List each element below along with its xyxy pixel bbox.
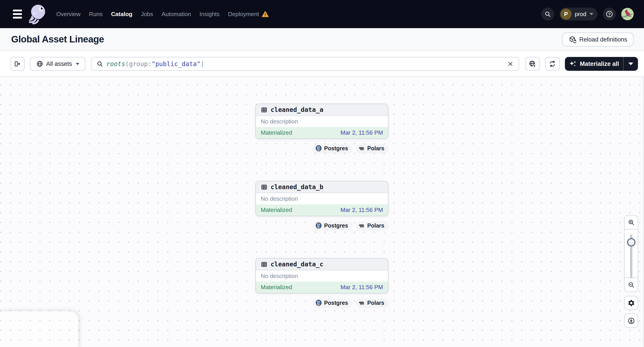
zoom-out-icon [628, 281, 635, 289]
materialize-options-button[interactable] [624, 57, 638, 71]
materialize-all-button[interactable]: Materialize all [565, 57, 623, 71]
dagster-logo[interactable] [26, 1, 48, 26]
nav-overview[interactable]: Overview [56, 11, 80, 18]
search-icon [544, 11, 551, 17]
lineage-canvas[interactable]: cleaned_data_a No description Materializ… [0, 77, 644, 347]
page-header: Global Asset Lineage Reload definitions [0, 28, 644, 51]
materialization-timestamp[interactable]: Mar 2, 11:56 PM [340, 284, 383, 291]
global-search-button[interactable] [541, 7, 554, 20]
tag-label: Postgres [324, 145, 348, 152]
postgres-icon [315, 300, 322, 306]
reload-definitions-label: Reload definitions [579, 36, 627, 43]
tag-postgres[interactable]: Postgres [313, 144, 352, 152]
tag-polars[interactable]: Polars [356, 221, 388, 230]
table-icon [261, 106, 268, 113]
asset-group-cleaned-data-b: cleaned_data_b No description Materializ… [256, 181, 388, 230]
warning-icon [262, 11, 269, 17]
zoom-slider-knob[interactable] [627, 238, 636, 247]
tag-postgres[interactable]: Postgres [313, 221, 352, 230]
nav-jobs[interactable]: Jobs [141, 11, 153, 18]
group-by-button[interactable] [525, 57, 540, 71]
nav-runs[interactable]: Runs [89, 11, 102, 18]
clear-query-icon[interactable] [507, 60, 514, 67]
reload-cube-icon [568, 36, 576, 43]
asset-scope-dropdown[interactable]: All assets [30, 57, 85, 71]
asset-node-header: cleaned_data_a [256, 104, 388, 116]
tag-postgres[interactable]: Postgres [313, 299, 352, 307]
lineage-query-input[interactable]: roots(group:"public_data") [91, 57, 519, 71]
top-nav: Overview Runs Catalog Jobs Automation In… [0, 0, 644, 28]
tag-label: Polars [367, 145, 384, 152]
materialize-all-label: Materialize all [580, 60, 619, 67]
chevron-down-icon [590, 13, 594, 15]
sparkles-icon [569, 60, 577, 68]
help-button[interactable]: ? [603, 7, 616, 20]
tag-label: Polars [367, 222, 384, 229]
status-badge: Materialized [261, 284, 292, 291]
asset-scope-label: All assets [46, 60, 72, 67]
asset-description: No description [256, 270, 388, 282]
reload-definitions-button[interactable]: Reload definitions [562, 32, 634, 46]
globe-icon [36, 60, 43, 67]
download-graph-button[interactable] [624, 314, 638, 328]
asset-tags: Postgres Polars [256, 144, 388, 152]
tag-polars[interactable]: Polars [356, 144, 388, 152]
asset-node-header: cleaned_data_c [256, 259, 388, 270]
asset-node[interactable]: cleaned_data_b No description Materializ… [256, 181, 388, 216]
materialize-all-split-button: Materialize all [565, 57, 638, 71]
tag-label: Polars [367, 300, 384, 306]
refresh-icon [548, 60, 556, 68]
nav-automation[interactable]: Automation [162, 11, 191, 18]
asset-node-header: cleaned_data_b [256, 181, 388, 193]
refresh-button[interactable] [545, 57, 560, 71]
primary-nav: Overview Runs Catalog Jobs Automation In… [56, 11, 269, 18]
nav-insights[interactable]: Insights [200, 11, 220, 18]
lineage-toolbar: All assets roots(group:"public_data") [0, 51, 644, 77]
tag-polars[interactable]: Polars [356, 299, 388, 307]
nav-right-cluster: P prod ? [541, 7, 634, 20]
environment-name: prod [575, 11, 586, 18]
postgres-icon [315, 145, 322, 152]
asset-name: cleaned_data_a [270, 106, 323, 113]
asset-tags: Postgres Polars [256, 221, 388, 230]
zoom-in-icon [628, 219, 635, 226]
graph-settings-button[interactable] [624, 296, 638, 310]
table-icon [261, 261, 268, 268]
tag-label: Postgres [324, 300, 348, 306]
zoom-out-button[interactable] [624, 278, 638, 292]
caret-down-icon [628, 62, 633, 65]
asset-tags: Postgres Polars [256, 299, 388, 307]
polars-bear-icon [358, 300, 365, 306]
materialization-timestamp[interactable]: Mar 2, 11:56 PM [340, 207, 383, 213]
globe-plus-icon [529, 60, 536, 68]
expand-panel-button[interactable] [10, 57, 24, 71]
postgres-icon [315, 222, 322, 229]
environment-switcher[interactable]: P prod [560, 7, 598, 20]
search-icon [96, 60, 103, 67]
panel-expand-icon [14, 60, 21, 67]
menu-icon[interactable] [13, 9, 22, 18]
status-badge: Materialized [261, 207, 292, 213]
user-avatar[interactable] [621, 8, 634, 20]
asset-description: No description [256, 193, 388, 204]
page-title: Global Asset Lineage [11, 34, 104, 45]
materialization-timestamp[interactable]: Mar 2, 11:56 PM [340, 129, 383, 136]
zoom-in-button[interactable] [624, 216, 638, 230]
query-text: roots(group:"public_data") [106, 60, 204, 68]
nav-deployment-label: Deployment [228, 11, 259, 18]
nav-deployment[interactable]: Deployment [228, 11, 269, 18]
asset-node[interactable]: cleaned_data_a No description Materializ… [256, 104, 388, 139]
asset-group-cleaned-data-a: cleaned_data_a No description Materializ… [256, 104, 388, 152]
asset-status-bar: Materialized Mar 2, 11:56 PM [256, 204, 388, 216]
asset-status-bar: Materialized Mar 2, 11:56 PM [256, 282, 388, 293]
asset-name: cleaned_data_b [270, 183, 323, 191]
asset-description: No description [256, 116, 388, 127]
asset-node[interactable]: cleaned_data_c No description Materializ… [256, 258, 388, 293]
gear-icon [628, 299, 635, 307]
table-icon [261, 184, 268, 190]
nav-catalog[interactable]: Catalog [111, 11, 132, 18]
status-badge: Materialized [261, 129, 292, 136]
download-icon [628, 317, 635, 325]
polars-bear-icon [358, 145, 365, 152]
asset-status-bar: Materialized Mar 2, 11:56 PM [256, 127, 388, 138]
